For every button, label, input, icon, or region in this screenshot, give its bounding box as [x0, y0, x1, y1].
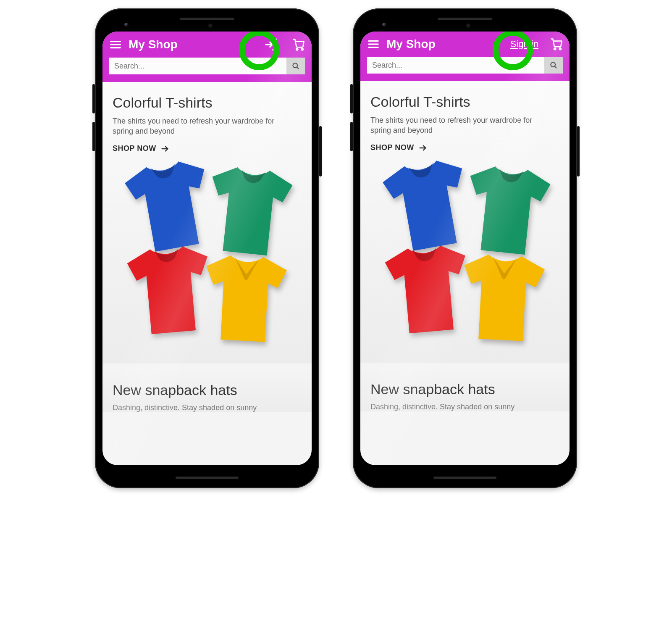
second-card: New snapback hats Dashing, distinctive. … [360, 369, 570, 411]
svg-point-13 [559, 48, 561, 50]
hero-heading: Colorful T-shirts [370, 94, 559, 110]
second-sub: Dashing, distinctive. Stay shaded on sun… [113, 403, 302, 412]
menu-icon[interactable] [109, 38, 122, 51]
hero-heading: Colorful T-shirts [113, 95, 302, 111]
phone-frame-right: My Shop Sign in C [353, 8, 577, 488]
svg-point-5 [302, 48, 303, 50]
cart-icon[interactable] [550, 38, 563, 50]
hero-card: Colorful T-shirts The shirts you need to… [102, 82, 312, 363]
search-bar [109, 58, 305, 74]
hero-sub: The shirts you need to refresh your ward… [370, 115, 547, 136]
shop-now-button[interactable]: SHOP NOW [113, 144, 170, 153]
shop-now-button[interactable]: SHOP NOW [370, 143, 428, 153]
second-card: New snapback hats Dashing, distinctive. … [102, 369, 312, 412]
tshirt-image [370, 153, 559, 354]
search-button[interactable] [544, 57, 563, 74]
second-heading: New snapback hats [113, 382, 302, 398]
hero-card: Colorful T-shirts The shirts you need to… [360, 81, 570, 363]
second-heading: New snapback hats [370, 381, 559, 398]
svg-line-15 [555, 66, 556, 68]
svg-point-12 [554, 48, 556, 50]
shop-now-label: SHOP NOW [370, 143, 414, 152]
appbar: My Shop Sign in [360, 32, 570, 81]
svg-point-4 [296, 48, 298, 50]
app-title: My Shop [129, 38, 258, 51]
search-input[interactable] [367, 57, 544, 74]
second-sub: Dashing, distinctive. Stay shaded on sun… [370, 403, 559, 411]
phone-screen: My Shop Sign in C [360, 32, 570, 465]
search-input[interactable] [109, 58, 286, 74]
search-bar [367, 57, 563, 74]
menu-icon[interactable] [367, 38, 380, 50]
arrow-right-icon [160, 144, 170, 153]
cart-icon[interactable] [292, 38, 305, 51]
shop-now-label: SHOP NOW [113, 144, 156, 153]
svg-line-7 [297, 67, 299, 69]
arrow-right-icon [418, 143, 428, 153]
app-title: My Shop [386, 37, 504, 51]
appbar: My Shop [102, 32, 312, 82]
hero-sub: The shirts you need to refresh your ward… [113, 116, 289, 137]
tshirt-image [113, 153, 302, 355]
phone-frame-left: My Shop [95, 8, 319, 488]
signin-link[interactable]: Sign in [510, 39, 538, 50]
login-icon[interactable] [265, 37, 279, 52]
search-button[interactable] [286, 58, 305, 74]
phone-screen: My Shop [102, 32, 312, 465]
